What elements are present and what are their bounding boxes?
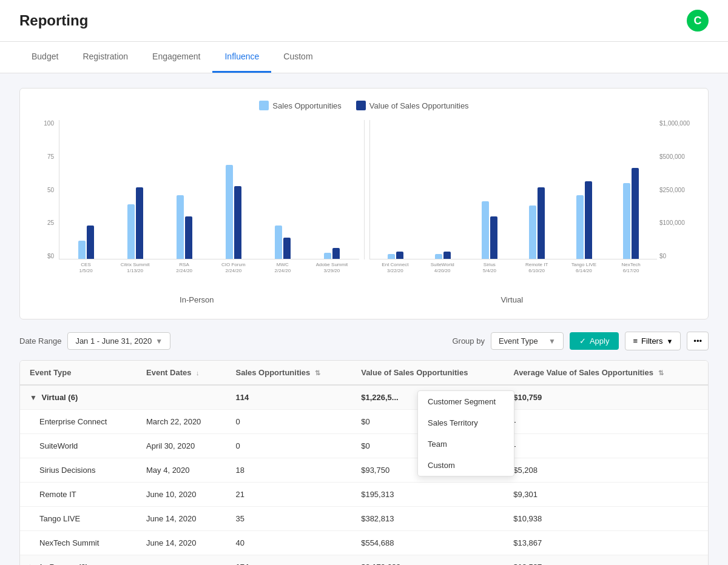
group-by-label: Group by [452, 336, 484, 346]
bar-rsa [163, 195, 207, 259]
bar-tango [563, 181, 605, 259]
in-person-x-labels: CES1/5/20 Citrix Summit1/13/20 RSA2/24/2… [59, 259, 359, 290]
legend-color-dark [356, 101, 366, 110]
more-icon: ••• [693, 336, 702, 346]
main-content: Sales Opportunities Value of Sales Oppor… [0, 73, 728, 565]
legend-value-opps: Value of Sales Opportunities [356, 101, 469, 110]
virtual-x-labels: Ent Connect3/22/20 SuiteWorld4/20/20 Sir… [369, 259, 658, 290]
header: Reporting C [0, 0, 728, 42]
date-range-label: Date Range [19, 336, 61, 346]
row-suiteworld: SuiteWorld April 30, 2020 0 $0 - [20, 434, 708, 458]
bar-nextech [610, 168, 652, 259]
row-tango-live: Tango LIVE June 14, 2020 35 $382,813 $10… [20, 507, 708, 531]
virtual-bars [369, 120, 658, 259]
filters-icon: ≡ [633, 336, 638, 346]
col-sales-opps: Sales Opportunities ⇅ [226, 361, 352, 385]
col-event-dates: Event Dates ↓ [136, 361, 226, 385]
filters-label: Filters [641, 336, 662, 346]
tab-registration[interactable]: Registration [70, 42, 140, 73]
date-range-value: Jan 1 - June 31, 2020 [75, 336, 152, 346]
tab-engagement[interactable]: Engagement [140, 42, 212, 73]
row-nextech-summit: NexTech Summit June 14, 2020 40 $554,688… [20, 531, 708, 555]
row-sirius-decisions: Sirius Decisions May 4, 2020 18 $93,750 … [20, 458, 708, 483]
row-date: March 22, 2020 [136, 410, 226, 434]
chart-sections: 100 75 50 25 $0 [32, 120, 696, 290]
group-virtual-opps: 114 [226, 385, 352, 410]
group-inperson-avg: $12,527 [504, 555, 708, 566]
group-by-dropdown: Customer Segment Sales Territory Team Cu… [417, 390, 514, 476]
filters-chevron: ▼ [666, 338, 673, 345]
bar-adobe [310, 248, 354, 259]
legend-label-sales: Sales Opportunities [272, 101, 341, 110]
virtual-chart: $1,000,000 $500,000 $250,000 $100,000 $0… [367, 120, 696, 290]
legend-color-light [259, 101, 269, 110]
controls-bar: Date Range Jan 1 - June 31, 2020 ▼ Group… [19, 332, 709, 350]
date-range-chevron: ▼ [155, 337, 163, 346]
group-by-value: Event Type [499, 336, 538, 346]
date-range-selector[interactable]: Jan 1 - June 31, 2020 ▼ [67, 332, 170, 350]
dropdown-item-sales-territory[interactable]: Sales Territory [418, 412, 514, 433]
sort-icon-opps[interactable]: ⇅ [315, 369, 320, 377]
tab-custom[interactable]: Custom [271, 42, 325, 73]
group-by-chevron: ▼ [548, 337, 556, 346]
apply-button[interactable]: ✓ Apply [570, 332, 619, 350]
bar-remoteit [516, 187, 558, 259]
group-by-selector[interactable]: Event Type ▼ [491, 332, 564, 350]
group-inperson-value: $2,179,688 [351, 555, 504, 566]
sort-icon-dates[interactable]: ↓ [196, 369, 200, 376]
in-person-chart: 100 75 50 25 $0 [32, 120, 362, 290]
app-logo: C [687, 10, 709, 32]
virtual-label: Virtual [367, 295, 658, 304]
group-virtual-name: ▼ Virtual (6) [20, 385, 136, 410]
group-row-inperson: ▶ In-Person (6) 174 $2,179,688 $12,527 [20, 555, 708, 566]
row-name: Enterprise Connect [20, 410, 136, 434]
bar-entconnect [375, 252, 417, 259]
legend-sales-opps: Sales Opportunities [259, 101, 341, 110]
bar-mwc [261, 226, 305, 259]
chart-container: Sales Opportunities Value of Sales Oppor… [19, 88, 709, 319]
row-enterprise-connect: Enterprise Connect March 22, 2020 0 $0 - [20, 410, 708, 434]
chart-legend: Sales Opportunities Value of Sales Oppor… [32, 101, 696, 110]
more-options-button[interactable]: ••• [687, 332, 709, 350]
legend-label-value: Value of Sales Opportunities [369, 101, 469, 110]
chart-divider [364, 120, 365, 259]
expand-virtual-icon[interactable]: ▼ [30, 393, 37, 402]
col-event-type: Event Type [20, 361, 136, 385]
row-opps: 0 [226, 410, 352, 434]
col-value-opps: Value of Sales Opportunities [351, 361, 504, 385]
tab-budget[interactable]: Budget [19, 42, 70, 73]
filters-button[interactable]: ≡ Filters ▼ [625, 332, 681, 350]
in-person-bars [59, 120, 359, 259]
data-table: Event Type Event Dates ↓ Sales Opportuni… [19, 360, 709, 565]
y-axis-left: 100 75 50 25 $0 [32, 120, 56, 259]
controls-left: Date Range Jan 1 - June 31, 2020 ▼ [19, 332, 170, 350]
table-section: Customer Segment Sales Territory Team Cu… [19, 360, 709, 565]
y-axis-right: $1,000,000 $500,000 $250,000 $100,000 $0 [657, 120, 696, 259]
col-avg-value: Average Value of Sales Opportunities ⇅ [504, 361, 708, 385]
bar-ces [64, 226, 109, 259]
group-inperson-opps: 174 [226, 555, 352, 566]
apply-label: Apply [590, 336, 610, 346]
sort-icon-avg[interactable]: ⇅ [658, 369, 664, 377]
dropdown-item-team[interactable]: Team [418, 433, 514, 455]
tab-influence[interactable]: Influence [212, 42, 271, 73]
bar-suiteworld [422, 252, 464, 259]
dropdown-item-customer-segment[interactable]: Customer Segment [418, 391, 514, 412]
bar-sirius [469, 201, 511, 259]
dropdown-item-custom[interactable]: Custom [418, 455, 514, 476]
bar-citrix [113, 187, 158, 259]
bar-cio [212, 165, 256, 259]
group-row-virtual: ▼ Virtual (6) 114 $1,226,5... $10,759 [20, 385, 708, 410]
tab-bar: Budget Registration Engagement Influence… [0, 42, 728, 73]
checkmark-icon: ✓ [579, 336, 586, 346]
group-inperson-name: ▶ In-Person (6) [20, 555, 136, 566]
in-person-label: In-Person [32, 295, 362, 304]
group-virtual-avg: $10,759 [504, 385, 708, 410]
row-remote-it: Remote IT June 10, 2020 21 $195,313 $9,3… [20, 483, 708, 507]
row-avg: - [504, 410, 708, 434]
page-title: Reporting [19, 12, 88, 29]
controls-right: Group by Event Type ▼ ✓ Apply ≡ Filters … [452, 332, 709, 350]
